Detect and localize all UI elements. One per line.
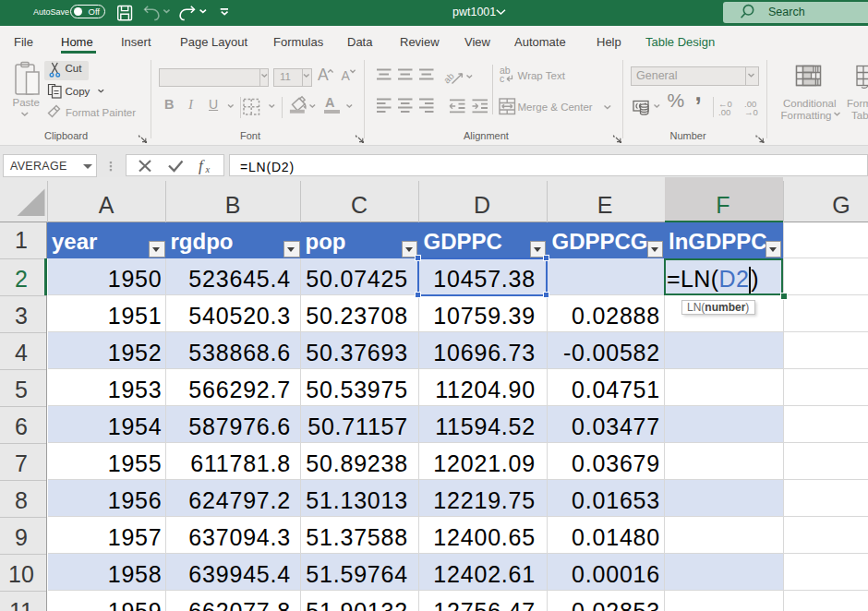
svg-text:x: x <box>205 164 211 174</box>
svg-text:ab: ab <box>441 70 456 85</box>
svg-text:f: f <box>199 157 205 174</box>
svg-text:c: c <box>500 73 504 84</box>
